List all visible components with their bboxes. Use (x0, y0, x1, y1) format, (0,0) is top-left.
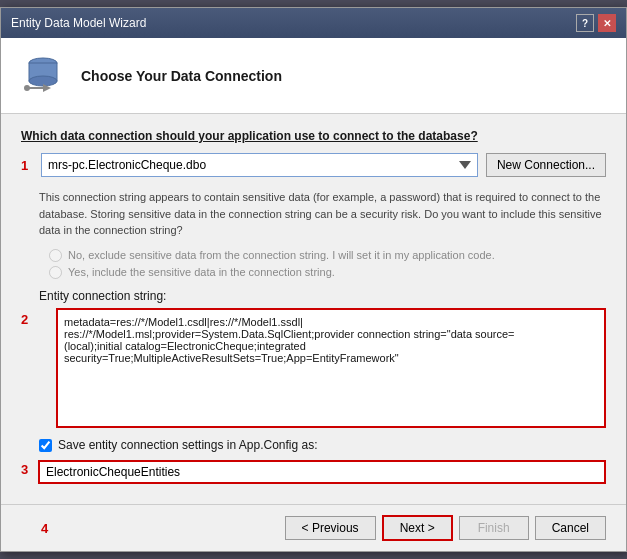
help-button[interactable]: ? (576, 14, 594, 32)
entity-connection-textarea[interactable]: metadata=res://*/Model1.csdl|res://*/Mod… (64, 316, 598, 416)
radio-no[interactable] (49, 249, 62, 262)
radio-no-label: No, exclude sensitive data from the conn… (68, 249, 495, 261)
save-label: Save entity connection settings in App.C… (58, 438, 318, 452)
dialog-title: Entity Data Model Wizard (11, 16, 146, 30)
database-icon (21, 53, 66, 98)
entity-connection-container: metadata=res://*/Model1.csdl|res://*/Mod… (38, 308, 606, 439)
radio-yes-label: Yes, include the sensitive data in the c… (68, 266, 335, 278)
content-area: Which data connection should your applic… (1, 114, 626, 504)
dialog-window: Entity Data Model Wizard ? ✕ Choose Your… (0, 7, 627, 552)
entity-connection-box: metadata=res://*/Model1.csdl|res://*/Mod… (56, 308, 606, 429)
save-row: Save entity connection settings in App.C… (39, 438, 606, 452)
step-3-number: 3 (21, 462, 33, 477)
entity-connection-row: 2 metadata=res://*/Model1.csdl|res://*/M… (21, 308, 606, 439)
app-name-row: 3 (21, 460, 606, 489)
step-2-number: 2 (21, 312, 33, 327)
previous-button[interactable]: < Previous (285, 516, 376, 540)
new-connection-button[interactable]: New Connection... (486, 153, 606, 177)
radio-group: No, exclude sensitive data from the conn… (49, 249, 606, 279)
radio-item-1: No, exclude sensitive data from the conn… (49, 249, 606, 262)
entity-connection-label: Entity connection string: (39, 289, 606, 303)
connection-dropdown[interactable]: mrs-pc.ElectronicCheque.dbo (41, 153, 478, 177)
question-label: Which data connection should your applic… (21, 129, 606, 143)
description-text: This connection string appears to contai… (39, 189, 606, 239)
header-section: Choose Your Data Connection (1, 38, 626, 114)
step-1-number: 1 (21, 158, 33, 173)
connection-row: 1 mrs-pc.ElectronicCheque.dbo New Connec… (21, 153, 606, 177)
title-bar-controls: ? ✕ (576, 14, 616, 32)
header-title: Choose Your Data Connection (81, 68, 282, 84)
radio-item-2: Yes, include the sensitive data in the c… (49, 266, 606, 279)
close-button[interactable]: ✕ (598, 14, 616, 32)
step-4-number: 4 (41, 521, 48, 536)
finish-button[interactable]: Finish (459, 516, 529, 540)
footer: 4 < Previous Next > Finish Cancel (1, 504, 626, 551)
title-bar: Entity Data Model Wizard ? ✕ (1, 8, 626, 38)
radio-yes[interactable] (49, 266, 62, 279)
app-name-input[interactable] (38, 460, 606, 484)
cancel-button[interactable]: Cancel (535, 516, 606, 540)
next-button[interactable]: Next > (382, 515, 453, 541)
svg-point-4 (24, 85, 30, 91)
save-checkbox[interactable] (39, 439, 52, 452)
